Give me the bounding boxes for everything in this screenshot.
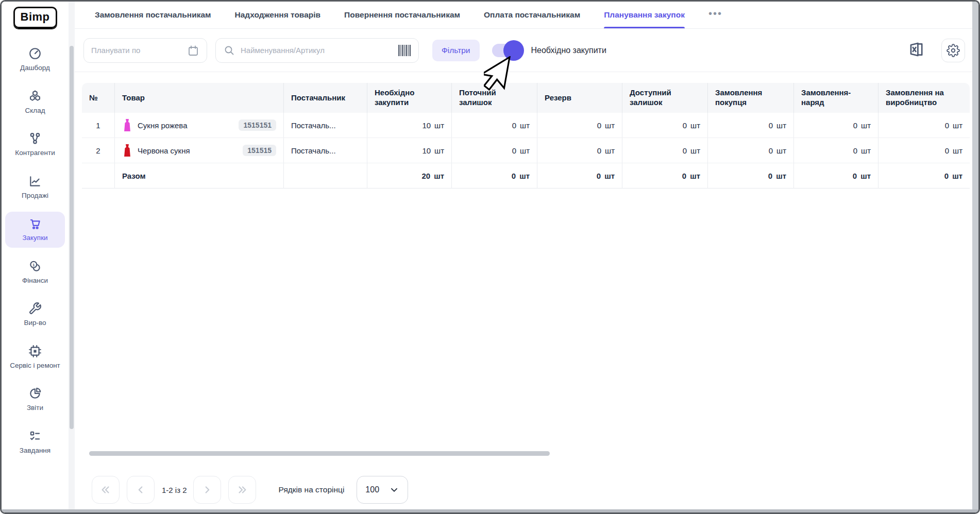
table-header-row: № Товар Постачальник Необхідно закупити … — [82, 83, 970, 113]
sidebar-item-reports[interactable]: Звіти — [5, 382, 65, 418]
column-header: Резерв — [537, 83, 622, 113]
search-icon — [223, 44, 235, 57]
network-icon — [28, 132, 42, 145]
next-page-button[interactable] — [193, 476, 221, 504]
svg-text:1: 1 — [32, 262, 35, 267]
sidebar-item-sales[interactable]: Продажі — [5, 169, 65, 205]
total-customer-order: 0шт — [708, 163, 794, 188]
row-number: 1 — [82, 113, 115, 138]
sidebar-item-purchases[interactable]: Закупки — [5, 212, 65, 248]
window-bottom-edge — [2, 509, 978, 512]
table-totals: Разом 20шт 0шт 0шт 0шт 0шт 0шт 0шт — [82, 163, 970, 189]
more-tabs-icon[interactable]: ••• — [708, 8, 722, 23]
product-cell[interactable]: Сукня рожева 1515151 — [115, 113, 284, 138]
sidebar: Bimp Дашборд Склад Контрагенти Продажі З… — [2, 2, 69, 512]
tab-purchase-planning[interactable]: Планування закупок — [604, 2, 685, 28]
qty-customer-order: 0шт — [708, 138, 794, 163]
sidebar-item-label: Контрагенти — [15, 148, 55, 158]
export-excel-button[interactable] — [906, 39, 928, 62]
pagination-bar: 1-2 із 2 Рядків на сторінці 100 — [75, 467, 972, 512]
column-header: Замовлення на виробництво — [878, 83, 970, 113]
supplier-field[interactable]: Постачаль... — [284, 113, 367, 138]
filters-button[interactable]: Фільтри — [432, 40, 480, 61]
page-size-select[interactable]: 100 — [357, 476, 408, 504]
first-page-button[interactable] — [92, 476, 120, 504]
calendar-icon — [187, 44, 199, 57]
sku-badge: 1515151 — [239, 119, 276, 131]
total-work-order: 0шт — [794, 163, 878, 188]
sidebar-item-counterparties[interactable]: Контрагенти — [5, 127, 65, 163]
qty-customer-order: 0шт — [708, 113, 794, 138]
product-name: Червона сукня — [138, 146, 190, 155]
wrench-icon — [28, 302, 42, 315]
sidebar-item-tasks[interactable]: Завдання — [5, 424, 65, 460]
sidebar-item-service-repair[interactable]: Сервіс і ремонт — [5, 339, 65, 375]
sidebar-item-production[interactable]: Вир-во — [5, 297, 65, 333]
tab-returns-suppliers[interactable]: Повернення постачальникам — [344, 2, 460, 28]
qty-work-order: 0шт — [794, 113, 878, 138]
sidebar-item-dashboard[interactable]: Дашборд — [5, 42, 65, 78]
sidebar-item-label: Завдання — [20, 446, 50, 455]
window-scrollbar[interactable] — [972, 2, 978, 512]
total-production-order: 0шт — [878, 163, 970, 188]
tab-payments-suppliers[interactable]: Оплата постачальникам — [484, 2, 580, 28]
column-header: Поточний залишок — [452, 83, 537, 113]
sidebar-scrollbar[interactable] — [69, 2, 75, 512]
column-header: Постачальник — [284, 83, 367, 113]
total-available-stock: 0шт — [622, 163, 708, 188]
total-reserve: 0шт — [537, 163, 622, 188]
qty-reserve: 0шт — [537, 138, 622, 163]
last-page-button[interactable] — [228, 476, 256, 504]
product-thumbnail-dress — [122, 143, 132, 158]
totals-row: Разом 20шт 0шт 0шт 0шт 0шт 0шт 0шт — [82, 163, 970, 189]
qty-available-stock: 0шт — [622, 138, 708, 163]
totals-label: Разом — [115, 163, 284, 188]
qty-reserve: 0шт — [537, 113, 622, 138]
qty-production-order: 0шт — [878, 138, 970, 163]
barcode-icon[interactable] — [398, 44, 411, 57]
plan-date-field[interactable] — [83, 38, 207, 63]
product-thumbnail-dress — [122, 118, 132, 132]
plan-date-input[interactable] — [91, 46, 187, 55]
sidebar-item-label: Склад — [25, 106, 45, 115]
sidebar-item-finance[interactable]: 1 Фінанси — [5, 254, 65, 290]
page-size-value: 100 — [365, 485, 379, 494]
need-purchase-label: Необхідно закупити — [531, 46, 606, 55]
chip-icon — [28, 345, 42, 358]
table-horizontal-scrollbar[interactable] — [89, 451, 550, 456]
need-purchase-toggle[interactable] — [492, 44, 524, 57]
cubes-icon — [28, 90, 42, 103]
product-cell[interactable]: Червона сукня 151515 — [115, 138, 284, 163]
gauge-icon — [28, 47, 42, 60]
sidebar-item-warehouse[interactable]: Склад — [5, 84, 65, 121]
total-current-stock: 0шт — [452, 163, 537, 188]
prev-page-button[interactable] — [127, 476, 155, 504]
checklist-icon — [28, 430, 42, 443]
total-need-purchase: 20шт — [367, 163, 452, 188]
qty-available-stock: 0шт — [622, 113, 708, 138]
sidebar-item-label: Звіти — [27, 403, 43, 413]
double-chevron-left-icon — [100, 484, 111, 495]
settings-button[interactable] — [941, 39, 965, 62]
toggle-knob[interactable] — [503, 40, 524, 61]
column-header: Доступний залишок — [622, 83, 708, 113]
gear-icon — [947, 44, 960, 57]
tab-goods-receipt[interactable]: Надходження товарів — [235, 2, 321, 28]
sidebar-item-label: Закупки — [22, 233, 47, 243]
sidebar-scrollbar-thumb[interactable] — [70, 46, 74, 429]
tab-orders-suppliers[interactable]: Замовлення постачальникам — [95, 2, 211, 28]
column-header: Замовлення покупця — [708, 83, 794, 113]
rows-per-page-label: Рядків на сторінці — [279, 485, 345, 494]
line-chart-icon — [28, 175, 42, 188]
column-header: Товар — [115, 83, 284, 113]
supplier-field[interactable]: Постачаль... — [284, 138, 367, 163]
table-row[interactable]: 1 Сукня рожева 1515151 Постачаль... 10шт… — [82, 113, 970, 138]
main-area: Замовлення постачальникам Надходження то… — [75, 2, 972, 512]
search-input[interactable] — [241, 46, 398, 55]
pie-chart-icon — [28, 387, 42, 400]
qty-current-stock: 0шт — [452, 113, 537, 138]
toolbar: Фільтри Необхідно закупити — [75, 29, 972, 72]
table-row[interactable]: 2 Червона сукня 151515 Постачаль... 10шт… — [82, 138, 970, 163]
sidebar-item-label: Сервіс і ремонт — [10, 361, 60, 370]
search-field[interactable] — [215, 38, 419, 63]
